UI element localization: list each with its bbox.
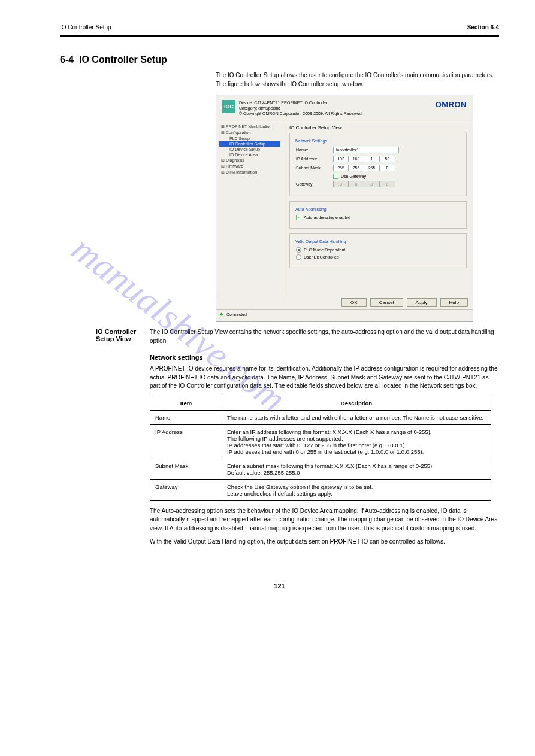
io-controller-setup-window: IOC Device: CJ1W-PNT21 PROFINET IO Contr… [216,95,473,322]
use-gateway-checkbox[interactable] [333,174,338,179]
valid-output-group: Valid Output Data Handling PLC Mode Depe… [289,233,467,268]
auto-addressing-group: Auto-Addressing ✓ Auto-addressing enable… [289,201,467,229]
body3: The Auto-addressing option sets the beha… [150,507,499,533]
network-settings-group: Network Settings Name: iocontroller1 IP … [289,133,467,196]
status-bar: Connected [216,309,473,318]
apply-button[interactable]: Apply [407,298,437,307]
table-row: IP Address Enter an IP address following… [150,424,491,459]
tree-dtm-info[interactable]: ⊞ DTM Information [219,169,280,175]
user-bit-label: User Bit Controlled [304,255,339,259]
ioc-icon: IOC [222,100,235,113]
tree-firmware[interactable]: ⊞ Firmware [219,163,280,169]
help-button[interactable]: Help [440,298,468,307]
tree-io-controller-setup[interactable]: IO Controller Setup [219,141,280,147]
table-row: Name The name starts with a letter and e… [150,410,491,424]
network-settings-title: Network Settings [294,139,329,143]
plc-mode-radio[interactable] [296,247,301,253]
status-text: Connected [226,312,247,317]
device-value: CJ1W-PNT21 PROFINET IO Controller [254,101,327,105]
pane-title: IO Controller Setup View [289,125,467,130]
mask-label: Subnet Mask: [296,166,333,170]
ip-input[interactable]: 192168150 [333,156,395,162]
use-gateway-label: Use Gateway [341,174,366,178]
gateway-input: 0000 [333,181,395,187]
section-title: 6-4 IO Controller Setup [60,54,499,65]
th-desc: Description [222,396,491,410]
category-value: dtmSpecific [258,106,280,110]
header-section: Section 6-4 [467,24,499,31]
name-input[interactable]: iocontroller1 [333,147,399,153]
tree-plc-setup[interactable]: PLC Setup [219,136,280,141]
rule-thick [60,35,499,37]
connected-icon [220,312,224,317]
table-row: Subnet Mask Enter a subnet mask followin… [150,459,491,479]
mask-input[interactable]: 2552552550 [333,165,395,171]
omron-logo: OMRON [436,100,467,116]
app-header: IOC Device: CJ1W-PNT21 PROFINET IO Contr… [216,95,473,120]
th-item: Item [150,396,222,410]
name-label: Name: [296,148,333,152]
tree-io-device-area[interactable]: IO Device Area [219,152,280,157]
body4: With the Valid Output Data Handling opti… [150,538,499,546]
rule-thin [60,32,499,32]
tree-configuration[interactable]: ⊟ Configuration [219,130,280,136]
auto-addressing-checkbox[interactable]: ✓ [296,215,301,220]
button-bar: OK Cancel Apply Help [216,294,473,307]
tree-diagnosis[interactable]: ⊞ Diagnosis [219,157,280,163]
auto-addressing-title: Auto-Addressing [294,207,328,211]
config-pane: IO Controller Setup View Network Setting… [283,120,473,294]
auto-addressing-label: Auto-addressing enabled [304,215,350,220]
intro-text: The IO Controller Setup allows the user … [216,71,499,89]
tree-profinet-id[interactable]: ⊞ PROFINET Identification [219,124,280,130]
gateway-label: Gateway: [296,182,333,186]
user-bit-radio[interactable] [296,254,301,260]
body2: A PROFINET IO device requires a name for… [150,365,499,391]
nav-tree[interactable]: ⊞ PROFINET Identification ⊟ Configuratio… [216,120,283,294]
body1: The IO Controller Setup View contains th… [150,328,499,345]
category-label: Category: [239,106,257,110]
valid-output-title: Valid Output Data Handling [294,239,347,244]
header-left: IO Controller Setup [60,24,111,31]
plc-mode-label: PLC Mode Dependent [304,248,345,252]
tree-io-device-setup[interactable]: IO Device Setup [219,147,280,152]
settings-table: Item Description Name The name starts wi… [150,396,491,501]
table-row: Gateway Check the Use Gateway option if … [150,479,491,500]
network-settings-heading: Network settings [150,354,499,361]
cancel-button[interactable]: Cancel [370,298,403,307]
copyright-text: © Copyright OMRON Corporation 2008-2009.… [239,111,363,116]
device-label: Device: [239,101,253,105]
ok-button[interactable]: OK [341,298,367,307]
page-number: 121 [60,582,499,590]
ip-label: IP Address: [296,157,333,161]
sidebar-label: IO Controller Setup View [96,328,144,342]
